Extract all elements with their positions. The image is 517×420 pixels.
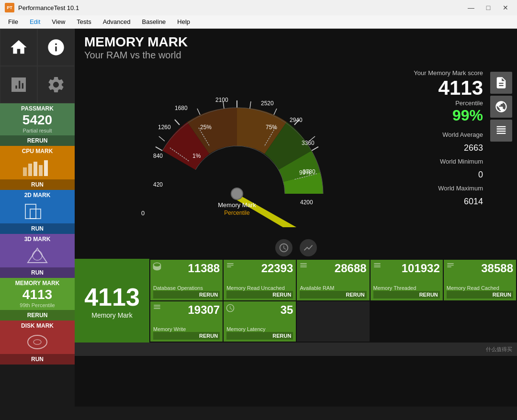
titlebar-left: PT PerformanceTest 10.1 [5, 3, 79, 12]
tile-available-ram[interactable]: 28688 Available RAM RERUN [297, 260, 369, 300]
world-avg-label: World Average [442, 131, 483, 138]
close-button[interactable]: ✕ [499, 3, 512, 12]
svg-rect-2 [34, 162, 37, 176]
menu-view[interactable]: View [46, 16, 71, 27]
svg-rect-4 [44, 160, 48, 176]
disk-run-button[interactable]: RUN [0, 354, 75, 365]
svg-text:25%: 25% [200, 124, 212, 131]
world-min-value: 0 [402, 167, 483, 182]
export-button[interactable] [490, 72, 512, 94]
score-label: Your Memory Mark score [402, 69, 483, 77]
svg-text:840: 840 [153, 153, 163, 159]
world-avg-value: 2663 [402, 140, 483, 155]
tile-ram-btn[interactable]: RERUN [300, 291, 366, 298]
graph-button[interactable] [300, 239, 317, 256]
sidebar-disk[interactable]: DISK MARK RUN [0, 321, 75, 365]
tile-db-btn[interactable]: RERUN [153, 291, 220, 298]
tile-empty [297, 301, 369, 342]
tile-mem-read-cac-label: Memory Read Cached [447, 275, 513, 291]
cpu-label: CPU MARK [0, 146, 75, 155]
svg-rect-3 [39, 165, 43, 176]
sidebar: PASSMARK 5420 Partial result RERUN CPU M… [0, 29, 75, 407]
memory-sub: 99th Percentile [0, 302, 75, 310]
tile-mem-write[interactable]: 19307 Memory Write RERUN [150, 301, 223, 342]
menu-help[interactable]: Help [171, 16, 196, 27]
web-button[interactable] [490, 96, 512, 118]
tile-mem-threaded[interactable]: 101932 Memory Threaded RERUN [371, 260, 443, 300]
tile-mem-read-cached[interactable]: 38588 Memory Read Cached RERUN [444, 260, 516, 300]
tile-mem-read-cac-btn[interactable]: RERUN [447, 291, 513, 298]
disk-label: DISK MARK [0, 321, 75, 330]
passmark-rerun-button[interactable]: RERUN [0, 135, 75, 146]
threed-run-button[interactable]: RUN [0, 267, 75, 278]
svg-point-10 [34, 340, 41, 344]
statusbar-text: 什么值得买 [486, 346, 512, 353]
twod-label: 2D MARK [0, 190, 75, 199]
svg-text:3360: 3360 [302, 140, 315, 146]
threed-label: 3D MARK [0, 234, 75, 243]
menu-file[interactable]: File [2, 16, 24, 27]
titlebar-controls[interactable]: — □ ✕ [464, 3, 512, 12]
gauge-svg: 1% 25% 75% 99% [132, 74, 342, 227]
sidebar-3d[interactable]: 3D MARK RUN [0, 234, 75, 278]
menu-edit[interactable]: Edit [24, 16, 46, 27]
svg-line-21 [312, 147, 318, 151]
sidebar-passmark[interactable]: PASSMARK 5420 Partial result RERUN [0, 103, 75, 146]
score-panel: Your Memory Mark score 4113 Percentile 9… [394, 65, 490, 237]
app-title: PerformanceTest 10.1 [18, 4, 79, 11]
tile-mem-write-score: 19307 [153, 303, 220, 317]
world-max-label: World Maximum [438, 185, 483, 192]
sidebar-2d[interactable]: 2D MARK RUN [0, 190, 75, 234]
memory-mark-big-label: Memory Mark [91, 311, 133, 319]
page-title: MEMORY MARK [84, 34, 507, 50]
tile-mem-read-unc-label: Memory Read Uncached [226, 275, 293, 291]
statusbar: 什么值得买 [75, 343, 517, 356]
world-max-value: 6014 [402, 194, 483, 209]
score-icons [490, 65, 512, 237]
sidebar-home-button[interactable] [0, 29, 37, 66]
sidebar-cpu[interactable]: CPU MARK RUN [0, 146, 75, 190]
svg-text:1260: 1260 [158, 124, 171, 131]
tile-ram-label: Available RAM [300, 275, 366, 291]
tile-threaded-label: Memory Threaded [373, 275, 440, 291]
tile-mem-read-unc-icon [225, 262, 235, 273]
cpu-run-button[interactable]: RUN [0, 179, 75, 190]
tile-latency-btn[interactable]: RERUN [226, 332, 293, 340]
memory-button[interactable] [490, 120, 512, 142]
svg-line-14 [197, 109, 200, 115]
svg-text:1680: 1680 [175, 105, 188, 111]
svg-line-13 [175, 120, 180, 125]
svg-line-11 [156, 147, 162, 151]
tile-mem-latency[interactable]: 35 Memory Latency RERUN [224, 301, 296, 342]
minimize-button[interactable]: — [464, 3, 478, 12]
twod-run-button[interactable]: RUN [0, 223, 75, 234]
sidebar-settings-button[interactable] [37, 66, 75, 103]
tile-database-ops[interactable]: 11388 Database Operations RERUN [150, 260, 223, 300]
svg-text:420: 420 [153, 181, 163, 188]
app-icon: PT [5, 3, 14, 12]
menu-tests[interactable]: Tests [71, 16, 97, 27]
menu-advanced[interactable]: Advanced [97, 16, 136, 27]
memory-rerun-button[interactable]: RERUN [0, 310, 75, 321]
tile-threaded-icon [372, 262, 382, 273]
sidebar-chart-button[interactable] [0, 66, 37, 103]
tile-mem-write-btn[interactable]: RERUN [153, 332, 220, 340]
svg-text:2940: 2940 [290, 117, 303, 123]
svg-text:2520: 2520 [261, 100, 274, 107]
memory-mark-big[interactable]: 4113 Memory Mark [75, 259, 149, 343]
stats-panel: World Average 2663 World Minimum 0 World… [402, 129, 483, 209]
tile-threaded-btn[interactable]: RERUN [373, 291, 440, 298]
tile-mem-read-unc-score: 22393 [226, 262, 293, 275]
tile-latency-icon [225, 303, 235, 315]
maximize-button[interactable]: □ [482, 3, 495, 12]
score-value: 4113 [402, 77, 483, 99]
svg-point-31 [231, 188, 243, 199]
tile-mem-read-uncached[interactable]: 22393 Memory Read Uncached RERUN [224, 260, 296, 300]
menu-baseline[interactable]: Baseline [136, 16, 171, 27]
sidebar-info-button[interactable] [37, 29, 75, 66]
tile-mem-read-unc-btn[interactable]: RERUN [226, 291, 293, 298]
speedometer-button[interactable] [275, 239, 292, 256]
passmark-label: PASSMARK [0, 103, 75, 113]
titlebar: PT PerformanceTest 10.1 — □ ✕ [0, 0, 517, 15]
sidebar-memory[interactable]: MEMORY MARK 4113 99th Percentile RERUN [0, 278, 75, 321]
